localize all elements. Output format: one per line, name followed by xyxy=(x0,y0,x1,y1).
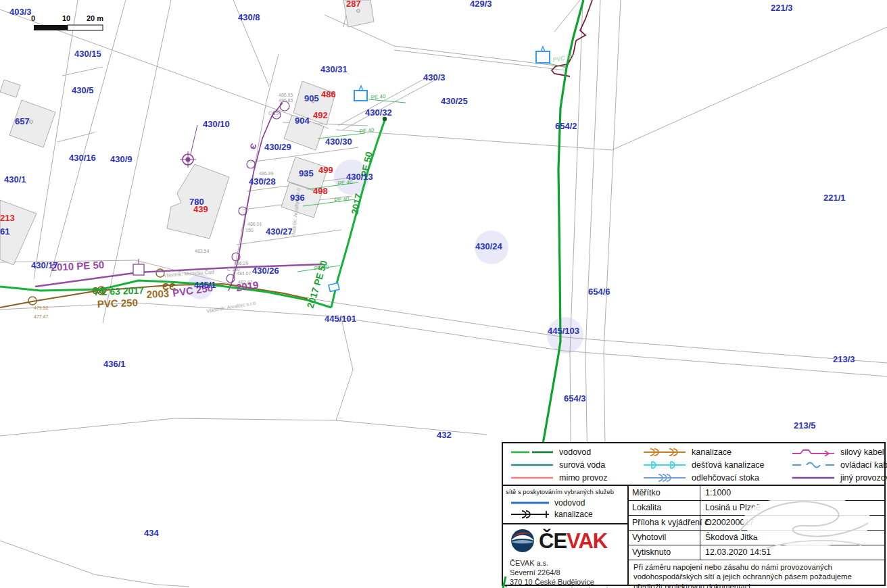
legend-label: mimo provoz xyxy=(559,473,608,483)
parcel-number: 430/29 xyxy=(264,142,291,152)
legend-item-kanalizace: kanalizace xyxy=(636,445,784,458)
kanalizace-line-icon xyxy=(644,448,686,456)
info-row-vyhotovil: Vyhotovil Škodová Jitka xyxy=(629,531,884,545)
maroon-cable xyxy=(552,0,592,76)
parcel-number: 430/1 xyxy=(4,174,26,185)
info-value: Škodová Jitka xyxy=(700,531,884,545)
jiny-provozovatel-line-icon xyxy=(792,474,834,482)
building-number: 905 xyxy=(304,93,319,103)
info-key: Vyhotovil xyxy=(629,531,700,545)
building-number-red: 492 xyxy=(313,110,328,120)
company-address-line: 370 10 České Budějovice xyxy=(510,577,622,587)
elevation-label: 486.99 xyxy=(259,171,274,176)
legend-item-destova-kanalizace: dešťová kanalizace xyxy=(636,458,784,471)
services-item-kanalizace: kanalizace xyxy=(506,508,625,520)
elevation-label: C 150 xyxy=(241,228,254,232)
parcel-number: 430/25 xyxy=(441,96,468,106)
silovy-kabel-line-icon xyxy=(792,448,834,456)
scale-bar-open xyxy=(68,25,103,30)
utility-label: PE 40 xyxy=(359,127,375,134)
building-number-red: 499 xyxy=(318,165,333,175)
info-row-lokalita: Lokalita Losiná u Plzně xyxy=(629,501,884,516)
destova-kanalizace-line-icon xyxy=(644,461,686,469)
parcel-number: 403/3 xyxy=(9,7,32,17)
info-value: 1:1000 xyxy=(700,486,884,500)
parcel-number: 429/3 xyxy=(470,0,492,9)
odlehcovaci-stoka-line-icon xyxy=(644,474,686,482)
legend-item-jiny-provozovatel: jiný provozovatel xyxy=(784,471,887,484)
legend-label: silový kabel xyxy=(840,447,884,457)
scale-bar-label: 20 m xyxy=(87,14,103,22)
owner-label: Vlastník: Arealtyc s.r.o xyxy=(206,299,256,314)
utility-map-page: ЄЄ ЄЄ Є xyxy=(0,0,887,588)
legend-label: kanalizace xyxy=(692,447,732,457)
parcel-number: 430/32 xyxy=(365,107,392,118)
hydrant-icon xyxy=(536,51,550,63)
services-item-vodovod: vodovod xyxy=(506,497,625,508)
utility-label: PE 40 xyxy=(334,196,350,203)
info-row-vytisknuto: Vytisknuto 12.03.2020 14:51 xyxy=(629,545,884,560)
legend-column-1: vodovod surová voda mimo provoz xyxy=(503,445,636,485)
scale-bar: 01020 m xyxy=(31,14,103,30)
parcel-number: 221/1 xyxy=(823,193,846,203)
building-number: 935 xyxy=(299,168,314,178)
info-key: Měřítko xyxy=(629,486,700,500)
parcel-number: 430/24 xyxy=(475,241,503,251)
buildings xyxy=(0,0,374,265)
mimo-provoz-line-icon xyxy=(511,474,553,482)
legend-item-silovy-kabel: silový kabel xyxy=(784,445,887,458)
legend-item-ovladaci-kabel: ovládací kabel xyxy=(784,458,887,471)
purple-junction-glyph: Є xyxy=(248,142,259,151)
parcel-number: 213/5 xyxy=(794,420,816,431)
building-number-red: 213 xyxy=(0,213,15,223)
parcel-number: 445/103 xyxy=(548,326,579,336)
utility-label: PE 40 xyxy=(370,93,386,101)
info-note: Při záměru napojení nebo zásahu do námi … xyxy=(629,560,884,588)
building-287-dot xyxy=(357,9,360,13)
parcel-number: 61 xyxy=(0,226,9,237)
legend-label: vodovod xyxy=(559,447,591,457)
utility-label: 2003 xyxy=(146,287,169,300)
legend-label: odlehčovací stoka xyxy=(692,473,759,483)
parcel-number: 445/1 xyxy=(194,280,216,290)
parcel-number: 432 xyxy=(437,430,452,440)
parcel-number: 430/10 xyxy=(203,119,230,129)
parcel-number: 430/16 xyxy=(69,153,96,163)
parcel-number: 430/30 xyxy=(325,137,352,147)
info-table: Měřítko 1:1000 Lokalita Losiná u Plzně P… xyxy=(629,486,884,585)
parcel-number: 430/27 xyxy=(266,226,293,237)
parcel-number: 430/17 xyxy=(31,260,58,270)
legend-label: ovládací kabel xyxy=(840,460,887,470)
legend-label: jiný provozovatel xyxy=(840,473,887,483)
elevation-label: 486.91 xyxy=(247,222,262,226)
parcel-number: 213/3 xyxy=(833,354,855,364)
surova-voda-line-icon xyxy=(511,461,553,469)
legend-label: dešťová kanalizace xyxy=(692,460,765,470)
info-value: Losiná u Plzně xyxy=(700,501,884,515)
legend-column-2: kanalizace dešťová kanalizace odlehčovac… xyxy=(636,445,784,485)
elevation-label: 486.29 xyxy=(234,261,249,266)
elevation-label: C 150 xyxy=(268,111,281,116)
ovladaci-kabel-line-icon xyxy=(792,461,834,469)
services-label: vodovod xyxy=(554,498,585,508)
parcel-number: 430/31 xyxy=(320,64,347,74)
utility-label: PVC 250 xyxy=(97,297,139,310)
company-address-line: ČEVAK a.s. xyxy=(510,558,622,568)
building-number-red: 439 xyxy=(193,204,208,214)
elevation-label: 484.07 xyxy=(237,271,251,276)
utility-label: PE 63 2017 xyxy=(95,285,145,297)
info-key: Lokalita xyxy=(629,501,700,515)
parcel-number: 434 xyxy=(144,528,159,538)
building-657-dot xyxy=(30,120,33,124)
parcel-number: 654/3 xyxy=(564,393,586,403)
utility-label: PVC 90 xyxy=(552,53,574,64)
building-number: 657 xyxy=(15,116,30,126)
fitting-icon xyxy=(329,283,339,291)
utility-label: PE 40 xyxy=(314,264,329,272)
scale-bar-labels: 01020 m xyxy=(31,14,103,22)
scale-bar-solid xyxy=(34,25,68,30)
parcel-number: 430/28 xyxy=(249,176,276,187)
services-kanalizace-line-icon xyxy=(511,510,549,518)
company-address: ČEVAK a.s. Severní 2264/8 370 10 České B… xyxy=(510,558,622,587)
legend-column-3: silový kabel ovládací kabel jiný provozo… xyxy=(784,445,887,485)
